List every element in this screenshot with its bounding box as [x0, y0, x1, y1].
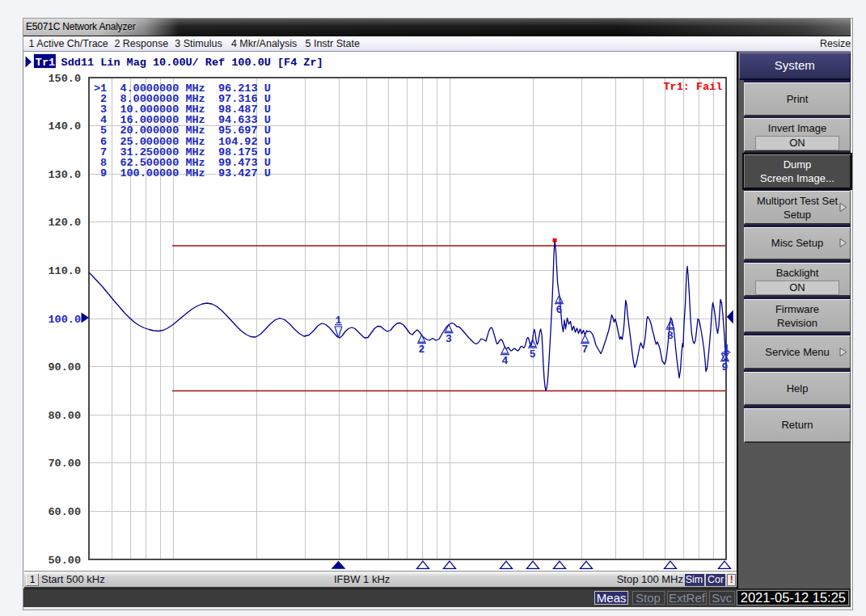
svg-text:110.0: 110.0 [48, 265, 81, 277]
svg-text:5: 5 [530, 348, 536, 361]
svg-text:Tr1: Fail: Tr1: Fail [664, 81, 723, 93]
svg-text:130.0: 130.0 [48, 169, 81, 181]
svg-text:1: 1 [336, 314, 342, 327]
svg-text:50.00: 50.00 [48, 555, 81, 567]
svg-text:70.00: 70.00 [48, 458, 81, 470]
svg-text:2: 2 [419, 344, 425, 356]
svg-text:6: 6 [556, 304, 563, 316]
svg-text:120.0: 120.0 [48, 217, 81, 229]
svg-text:140.0: 140.0 [48, 120, 81, 133]
svg-text:Sdd11 Lin Mag 10.00U/ Ref 100.: Sdd11 Lin Mag 10.00U/ Ref 100.0U [F4 Zr] [61, 57, 323, 69]
svg-text:100.0: 100.0 [48, 314, 81, 326]
svg-text:90.00: 90.00 [48, 361, 81, 373]
svg-text:80.00: 80.00 [48, 410, 81, 422]
svg-text:150.0: 150.0 [48, 73, 81, 85]
svg-text:9: 9 [722, 361, 729, 373]
svg-text:9 100.00000 MHz 93.427 U: 9 100.00000 MHz 93.427 U [94, 167, 271, 179]
svg-text:3: 3 [446, 333, 452, 345]
svg-text:60.00: 60.00 [48, 506, 81, 518]
svg-text:8: 8 [667, 330, 674, 342]
svg-text:7: 7 [582, 344, 589, 356]
svg-text:Tr1: Tr1 [36, 57, 55, 69]
svg-text:4: 4 [501, 355, 508, 367]
